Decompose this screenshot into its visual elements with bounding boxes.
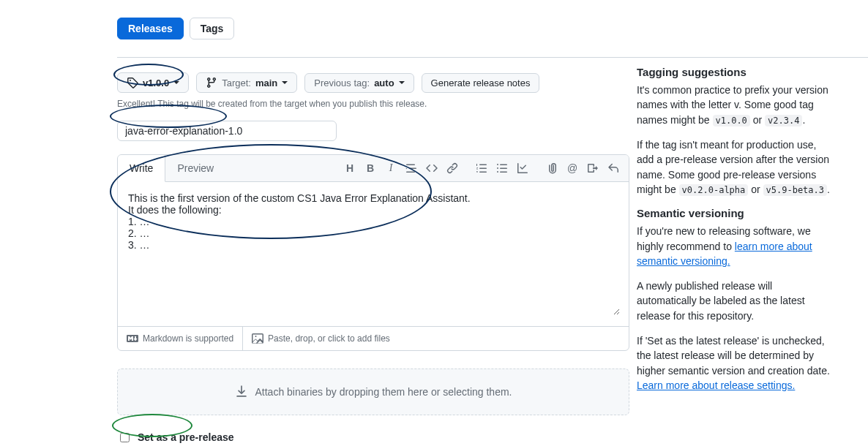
download-icon <box>235 385 248 398</box>
chevron-down-icon <box>282 81 288 84</box>
semver-text-1: If you're new to releasing software, we … <box>637 224 834 268</box>
generate-release-notes-button[interactable]: Generate release notes <box>422 73 540 93</box>
heading-icon[interactable]: H <box>340 159 359 178</box>
tag-icon <box>127 77 138 88</box>
divider <box>117 57 868 58</box>
semver-text-2: A newly published release will automatic… <box>637 279 834 323</box>
markdown-icon <box>127 333 138 344</box>
unordered-list-icon[interactable] <box>493 159 512 178</box>
tagging-suggestions-heading: Tagging suggestions <box>637 66 834 78</box>
tag-creation-hint: Excellent! This tag will be created from… <box>117 99 629 109</box>
editor-tab-preview[interactable]: Preview <box>165 155 226 181</box>
target-label: Target: <box>222 78 251 88</box>
attach-icon[interactable] <box>542 159 561 178</box>
attach-files-link[interactable]: Paste, drop, or click to add files <box>243 327 399 350</box>
image-icon <box>252 333 263 344</box>
view-tabs: Releases Tags <box>117 18 629 39</box>
semver-text-3: If 'Set as the latest release' is unchec… <box>637 333 834 393</box>
italic-icon[interactable]: I <box>381 159 400 178</box>
tab-tags[interactable]: Tags <box>190 18 235 39</box>
description-editor: Write Preview H B I @ <box>117 154 629 351</box>
git-branch-icon <box>206 77 217 88</box>
chevron-down-icon <box>399 81 405 84</box>
sidebar-help: Tagging suggestions It's common practice… <box>637 66 834 403</box>
description-textarea[interactable] <box>127 191 620 315</box>
learn-release-settings-link[interactable]: Learn more about release settings. <box>637 379 795 391</box>
markdown-supported-link[interactable]: Markdown is supported <box>118 327 243 350</box>
target-selector[interactable]: Target: main <box>196 72 297 93</box>
link-icon[interactable] <box>443 159 462 178</box>
mention-icon[interactable]: @ <box>563 159 582 178</box>
reply-icon[interactable] <box>604 159 623 178</box>
tagging-prerelease-text: If the tag isn't meant for production us… <box>637 137 834 197</box>
quote-icon[interactable] <box>402 159 421 178</box>
editor-tabs: Write Preview H B I @ <box>118 155 629 182</box>
target-value: main <box>255 78 277 88</box>
prev-tag-value: auto <box>374 78 394 88</box>
previous-tag-selector[interactable]: Previous tag: auto <box>304 73 414 93</box>
release-title-input[interactable] <box>117 121 337 141</box>
semantic-versioning-heading: Semantic versioning <box>637 207 834 219</box>
prerelease-checkbox[interactable] <box>120 433 130 442</box>
code-icon[interactable] <box>422 159 441 178</box>
attach-binaries-dropzone[interactable]: Attach binaries by dropping them here or… <box>117 368 629 415</box>
cross-reference-icon[interactable] <box>583 159 602 178</box>
prerelease-option: Set as a pre-release This release will b… <box>117 431 629 446</box>
editor-footer: Markdown is supported Paste, drop, or cl… <box>118 326 629 350</box>
release-controls: v1.0.0 Target: main Previous tag: auto G… <box>117 72 629 93</box>
markdown-toolbar: H B I @ <box>340 159 629 178</box>
tagging-suggestions-text: It's common practice to prefix your vers… <box>637 83 834 127</box>
prev-tag-label: Previous tag: <box>314 78 370 88</box>
prerelease-label: Set as a pre-release <box>138 431 340 443</box>
bold-icon[interactable]: B <box>361 159 380 178</box>
tag-selector[interactable]: v1.0.0 <box>117 72 189 93</box>
task-list-icon[interactable] <box>513 159 532 178</box>
chevron-down-icon <box>173 81 179 84</box>
editor-tab-write[interactable]: Write <box>118 155 165 182</box>
ordered-list-icon[interactable] <box>472 159 491 178</box>
tag-value: v1.0.0 <box>143 78 169 88</box>
tab-releases[interactable]: Releases <box>117 18 184 39</box>
